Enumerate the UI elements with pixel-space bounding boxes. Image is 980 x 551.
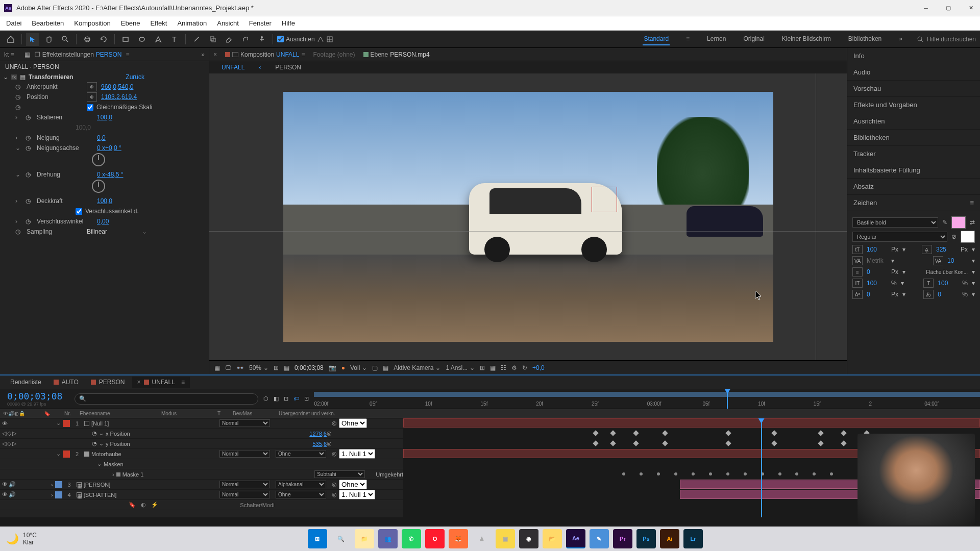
- mask-icon[interactable]: 👓: [236, 364, 244, 371]
- tl-tool-2[interactable]: ◧: [274, 395, 279, 402]
- font-style-select[interactable]: Regular: [852, 232, 947, 242]
- transparency-icon[interactable]: ▦: [383, 364, 388, 371]
- layer-schatten[interactable]: 👁🔊 › 4 ▦[SCHATTEN] Normal Ohne ◎1. Null …: [0, 490, 403, 500]
- panel-audio[interactable]: Audio: [847, 64, 980, 81]
- resolution-dropdown[interactable]: Voll ⌄: [350, 364, 367, 371]
- tab-unfall[interactable]: ×UNFALL≡: [132, 377, 190, 388]
- text-tool[interactable]: T: [168, 33, 181, 46]
- panel-vorschau[interactable]: Vorschau: [847, 81, 980, 97]
- menu-komposition[interactable]: Komposition: [74, 19, 111, 27]
- point-icon[interactable]: ⊕: [87, 92, 97, 102]
- mask-maske1[interactable]: ›Maske 1 Subtrahi Umgekehrt: [0, 469, 403, 480]
- workspace-lernen[interactable]: Lernen: [706, 33, 727, 45]
- angle-dial[interactable]: [92, 153, 105, 166]
- stopwatch-icon[interactable]: ◷: [15, 93, 22, 101]
- menu-datei[interactable]: Datei: [6, 19, 21, 27]
- roi-icon[interactable]: ▢: [372, 364, 378, 371]
- rect-tool[interactable]: [119, 33, 132, 46]
- layer-person[interactable]: 👁🔊 › 3 ▦[PERSON] Normal Alphakanal ◎Ohne: [0, 480, 403, 490]
- eyedropper-icon[interactable]: ✎: [942, 219, 947, 226]
- firefox-app[interactable]: 🦊: [449, 529, 468, 548]
- reset-exposure[interactable]: ↻: [522, 364, 527, 371]
- group-masken[interactable]: ⌄Masken: [0, 459, 403, 469]
- pen-tool[interactable]: [152, 33, 165, 46]
- app-unknown2[interactable]: ▣: [496, 529, 515, 548]
- font-size-value[interactable]: 100: [867, 246, 887, 253]
- panel-info[interactable]: Info: [847, 48, 980, 64]
- flowchart-icon[interactable]: ⚙: [511, 364, 517, 371]
- fast-icon[interactable]: ▦: [490, 364, 496, 371]
- menu-hilfe[interactable]: Hilfe: [282, 19, 295, 27]
- tab-auto[interactable]: AUTO: [48, 377, 84, 388]
- selection-tool[interactable]: [26, 33, 39, 46]
- close-button[interactable]: ✕: [966, 3, 976, 13]
- fx-toggle[interactable]: ⌄: [3, 73, 8, 81]
- obs-app[interactable]: ◉: [519, 529, 538, 548]
- tracking-value[interactable]: 10: [947, 257, 968, 264]
- prop-xposition[interactable]: ◁◇▷ ◔⌄x Position 1278,6 ◎: [0, 429, 403, 439]
- timeline-timecode[interactable]: 0;00;03;08: [0, 391, 69, 402]
- timeline-icon[interactable]: ☷: [501, 364, 506, 371]
- track-region[interactable]: [592, 187, 617, 212]
- color-icon[interactable]: ●: [341, 364, 345, 371]
- illustrator-app[interactable]: Ai: [660, 529, 679, 548]
- home-button[interactable]: [4, 33, 17, 46]
- panel-zeichen[interactable]: Zeichen≡: [847, 195, 980, 211]
- prop-neigung-value[interactable]: 0,0: [97, 134, 106, 141]
- whatsapp-app[interactable]: ✆: [402, 529, 421, 548]
- tsume-value[interactable]: 0: [938, 291, 958, 298]
- expand-toggle[interactable]: ›: [15, 218, 21, 225]
- comp-tab-person[interactable]: PERSON: [273, 63, 303, 72]
- angle-dial[interactable]: [92, 180, 105, 193]
- minimize-button[interactable]: ─: [921, 3, 931, 13]
- tl-tool-1[interactable]: ⬡: [263, 395, 268, 402]
- uniform-scale-check[interactable]: Gleichmäßiges Skali: [87, 104, 152, 111]
- rotate-tool[interactable]: [97, 33, 110, 46]
- swap-colors-icon[interactable]: ⇄: [970, 219, 975, 226]
- teams-app[interactable]: 👥: [378, 529, 398, 548]
- prop-neigungsachse-value[interactable]: 0 x+0,0 °: [97, 144, 121, 152]
- panel-effekte[interactable]: Effekte und Vorgaben: [847, 97, 980, 113]
- menu-ansicht[interactable]: Ansicht: [217, 19, 239, 27]
- font-family-select[interactable]: Bastile bold: [852, 217, 938, 228]
- tab-person[interactable]: PERSON: [86, 377, 130, 388]
- fill-color-swatch[interactable]: [951, 216, 966, 229]
- expand-toggle[interactable]: ›: [15, 114, 21, 121]
- timeline-search[interactable]: 🔍: [75, 393, 258, 405]
- camera-dropdown[interactable]: Aktive Kamera ⌄: [394, 364, 440, 371]
- ellipse-tool[interactable]: [135, 33, 149, 46]
- vscale-value[interactable]: 100: [867, 280, 887, 287]
- tl-tool-5[interactable]: ⊡: [304, 395, 309, 402]
- no-color-icon[interactable]: ⊘: [951, 233, 957, 240]
- baseline-value[interactable]: 0: [867, 291, 887, 298]
- clone-tool[interactable]: [206, 33, 219, 46]
- zoom-tool[interactable]: [59, 33, 72, 46]
- start-button[interactable]: ⊞: [308, 529, 327, 548]
- stopwatch-icon[interactable]: ◷: [15, 228, 22, 235]
- eraser-tool[interactable]: [223, 33, 236, 46]
- tl-tool-3[interactable]: ⊡: [284, 395, 288, 402]
- point-icon[interactable]: ⊕: [87, 82, 97, 91]
- menu-animation[interactable]: Animation: [177, 19, 207, 27]
- photoshop-app[interactable]: Ps: [636, 529, 656, 548]
- tl-tool-4[interactable]: 🏷: [293, 395, 299, 402]
- prop-position-value[interactable]: 1103,2,619,4: [101, 93, 137, 101]
- timecode-display[interactable]: 0;00;03;08: [295, 364, 324, 371]
- viewer-tab-komposition[interactable]: Komposition UNFALL ≡: [225, 51, 305, 58]
- expand-toggle[interactable]: ⌄: [15, 171, 21, 178]
- stopwatch-icon[interactable]: ◷: [26, 171, 33, 178]
- prop-sampling-value[interactable]: Bilinear: [87, 228, 107, 235]
- prop-drehung-value[interactable]: 0 x-48,5 °: [97, 171, 124, 178]
- hand-tool[interactable]: [42, 33, 56, 46]
- workspace-bibliotheken[interactable]: Bibliotheken: [847, 33, 883, 45]
- workspace-standard[interactable]: Standard: [643, 33, 670, 45]
- prop-yposition[interactable]: ◁◇▷ ◔⌄y Position 535,6 ◎: [0, 439, 403, 449]
- panel-ausrichten[interactable]: Ausrichten: [847, 113, 980, 130]
- res-icon[interactable]: ⊞: [274, 364, 279, 371]
- viewer-tab-footage[interactable]: Footage (ohne): [313, 51, 355, 58]
- menu-bearbeiten[interactable]: Bearbeiten: [32, 19, 64, 27]
- tab-renderliste[interactable]: Renderliste: [5, 377, 46, 388]
- views-dropdown[interactable]: 1 Ansi... ⌄: [446, 364, 475, 371]
- exposure-value[interactable]: +0,0: [532, 364, 545, 371]
- stopwatch-icon[interactable]: ◷: [26, 197, 33, 205]
